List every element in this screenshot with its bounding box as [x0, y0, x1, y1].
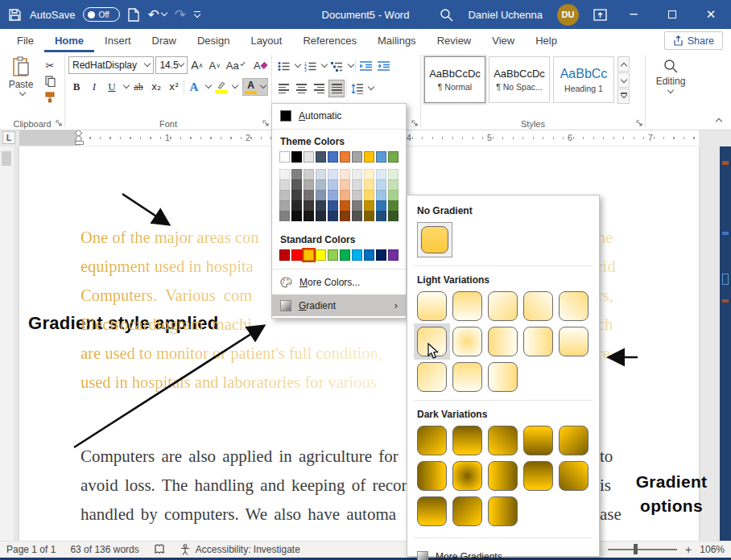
color-swatch[interactable]	[340, 249, 350, 261]
style-card-heading-1[interactable]: AaBbCcHeading 1	[553, 56, 614, 103]
color-swatch[interactable]	[279, 151, 290, 163]
tab-review[interactable]: Review	[427, 31, 482, 52]
tab-file[interactable]: File	[6, 31, 44, 52]
color-swatch[interactable]	[291, 179, 302, 190]
more-gradients-item[interactable]: More Gradients...	[417, 546, 589, 560]
grow-font-button[interactable]: A∧	[189, 56, 205, 74]
indent-markers[interactable]	[75, 130, 83, 145]
color-swatch[interactable]	[388, 200, 399, 211]
paragraph-dialog-launcher[interactable]	[411, 120, 418, 126]
color-swatch[interactable]	[352, 249, 362, 261]
color-swatch[interactable]	[328, 151, 338, 163]
scrollbar-thumb[interactable]	[722, 274, 729, 285]
color-swatch[interactable]	[364, 179, 374, 190]
zoom-slider[interactable]	[608, 549, 677, 550]
align-right-button[interactable]	[311, 80, 327, 97]
font-color-button[interactable]: A	[242, 78, 268, 96]
color-swatch[interactable]	[340, 169, 350, 179]
save-icon[interactable]	[8, 8, 22, 22]
tab-home[interactable]: Home	[44, 31, 94, 52]
color-swatch[interactable]	[279, 179, 290, 190]
color-swatch[interactable]	[316, 190, 326, 200]
dark-gradient-swatch[interactable]	[559, 426, 589, 455]
quick-access-toolbar-button[interactable]	[194, 11, 200, 19]
color-swatch[interactable]	[291, 249, 302, 261]
bullets-button[interactable]	[275, 57, 291, 75]
user-avatar[interactable]: DU	[557, 4, 579, 26]
light-gradient-swatch[interactable]	[488, 291, 518, 321]
light-gradient-swatch[interactable]	[417, 327, 447, 356]
color-swatch[interactable]	[279, 200, 290, 211]
color-swatch[interactable]	[376, 151, 386, 163]
color-swatch[interactable]	[388, 249, 399, 261]
editing-group[interactable]: Editing	[646, 52, 696, 130]
color-swatch[interactable]	[352, 190, 362, 200]
dark-gradient-swatch[interactable]	[523, 426, 553, 455]
color-swatch[interactable]	[376, 249, 386, 261]
share-button[interactable]: Share	[664, 31, 723, 50]
line-spacing-button[interactable]	[349, 80, 365, 97]
color-swatch[interactable]	[388, 211, 399, 221]
color-swatch[interactable]	[364, 190, 374, 200]
tab-mailings[interactable]: Mailings	[367, 31, 427, 52]
color-swatch[interactable]	[352, 151, 362, 163]
color-swatch[interactable]	[352, 211, 362, 221]
styles-dialog-launcher[interactable]	[636, 120, 642, 126]
highlight-chevron-icon[interactable]	[232, 82, 238, 89]
zoom-level[interactable]: 106%	[700, 544, 725, 555]
font-color-chevron-icon[interactable]	[260, 82, 266, 89]
font-size-combobox[interactable]: 14.5	[155, 56, 187, 74]
color-swatch[interactable]	[340, 190, 350, 200]
color-swatch[interactable]	[304, 211, 314, 221]
dark-gradient-swatch[interactable]	[452, 426, 482, 455]
color-swatch[interactable]	[279, 190, 290, 200]
color-swatch[interactable]	[279, 169, 290, 179]
multilevel-list-button[interactable]	[328, 57, 345, 75]
ribbon-display-options-icon[interactable]	[593, 9, 607, 21]
color-swatch[interactable]	[376, 179, 386, 190]
color-swatch[interactable]	[304, 190, 314, 200]
color-swatch[interactable]	[316, 169, 326, 179]
color-swatch[interactable]	[304, 249, 314, 261]
undo-chevron-icon[interactable]	[160, 10, 167, 16]
align-left-button[interactable]	[275, 80, 291, 97]
color-swatch[interactable]	[304, 151, 314, 163]
color-swatch[interactable]	[328, 200, 338, 211]
dark-gradient-swatch[interactable]	[452, 461, 482, 491]
bold-button[interactable]: B	[68, 78, 85, 96]
styles-scroll-down-button[interactable]	[617, 72, 630, 88]
decrease-indent-button[interactable]	[357, 57, 374, 75]
color-swatch[interactable]	[340, 200, 350, 211]
color-swatch[interactable]	[279, 249, 290, 261]
highlight-color-button[interactable]	[213, 78, 229, 96]
italic-button[interactable]: I	[86, 78, 102, 96]
color-swatch[interactable]	[364, 200, 374, 211]
font-name-combobox[interactable]: RedHatDisplay	[68, 56, 154, 74]
copy-button[interactable]	[42, 74, 58, 89]
color-swatch[interactable]	[279, 211, 290, 221]
color-swatch[interactable]	[364, 211, 374, 221]
color-swatch[interactable]	[328, 179, 338, 190]
dark-gradient-swatch[interactable]	[417, 461, 447, 491]
numbering-button[interactable]: 123	[302, 57, 318, 75]
color-swatch[interactable]	[388, 151, 399, 163]
tab-layout[interactable]: Layout	[240, 31, 292, 52]
dark-gradient-swatch[interactable]	[452, 496, 482, 526]
light-gradient-swatch[interactable]	[559, 291, 589, 321]
redo-button[interactable]: ↷	[175, 8, 186, 22]
justify-button[interactable]	[328, 80, 345, 97]
tab-stop-selector[interactable]: L	[2, 131, 15, 144]
tab-references[interactable]: References	[292, 31, 366, 52]
light-gradient-swatch[interactable]	[417, 362, 447, 392]
shrink-font-button[interactable]: A∨	[207, 56, 223, 74]
clipboard-dialog-launcher[interactable]	[56, 120, 62, 126]
color-swatch[interactable]	[340, 179, 350, 190]
zoom-slider-thumb[interactable]	[634, 544, 638, 554]
light-gradient-swatch[interactable]	[559, 327, 589, 356]
paste-button[interactable]: Paste	[3, 56, 39, 105]
light-gradient-swatch[interactable]	[523, 291, 553, 321]
color-swatch[interactable]	[376, 169, 386, 179]
dark-gradient-swatch[interactable]	[523, 461, 553, 491]
underline-button[interactable]: U	[104, 78, 120, 96]
close-button[interactable]: ✕	[699, 7, 723, 22]
